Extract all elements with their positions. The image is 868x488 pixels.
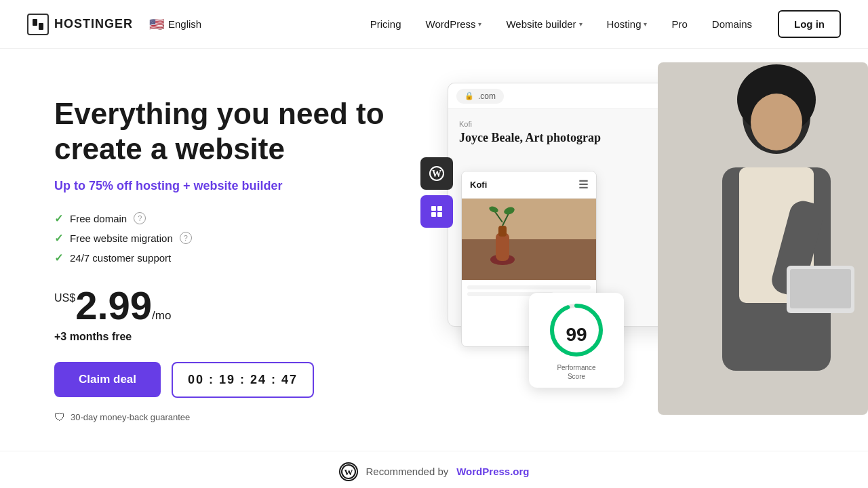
svg-rect-11 xyxy=(496,232,509,261)
svg-text:W: W xyxy=(432,169,441,179)
lock-icon: 🔒 xyxy=(465,92,474,100)
price-bonus: +3 months free xyxy=(54,331,393,343)
price-amount: 2.99 xyxy=(75,283,152,327)
person-image xyxy=(658,62,868,415)
info-icon[interactable]: ? xyxy=(180,232,192,244)
discount-highlight: 75% xyxy=(89,179,113,192)
url-bar: 🔒 .com xyxy=(456,89,504,104)
nav-links: Pricing WordPress ▾ Website builder ▾ Ho… xyxy=(361,10,841,38)
feature-support: ✓ 24/7 customer support xyxy=(54,251,393,264)
mobile-hero-image xyxy=(462,199,596,280)
performance-score-card: 99 PerformanceScore xyxy=(529,293,624,388)
check-icon: ✓ xyxy=(54,251,63,264)
wordpress-org-link[interactable]: WordPress.org xyxy=(456,466,529,477)
nav-wordpress[interactable]: WordPress ▾ xyxy=(416,13,492,35)
check-icon: ✓ xyxy=(54,232,63,245)
svg-rect-9 xyxy=(462,239,596,280)
navbar: HOSTINGER 🇺🇸 English Pricing WordPress ▾… xyxy=(0,0,868,49)
cta-group: Claim deal 00 : 19 : 24 : 47 xyxy=(54,362,393,398)
svg-rect-12 xyxy=(498,226,507,237)
svg-point-22 xyxy=(751,94,802,150)
info-icon[interactable]: ? xyxy=(134,212,146,224)
shield-icon: 🛡 xyxy=(54,411,65,424)
claim-deal-button[interactable]: Claim deal xyxy=(54,362,161,397)
hero-subtitle: Up to 75% off hosting + website builder xyxy=(54,179,393,193)
feature-list: ✓ Free domain ? ✓ Free website migration… xyxy=(54,212,393,264)
nav-website-builder[interactable]: Website builder ▾ xyxy=(496,13,591,35)
nav-pro[interactable]: Pro xyxy=(662,13,696,35)
money-back-guarantee: 🛡 30-day money-back guarantee xyxy=(54,411,393,424)
logo-icon xyxy=(27,14,49,35)
sidebar-icons: W xyxy=(420,157,453,228)
hero-section: Everything you need to create a website … xyxy=(0,49,868,451)
perf-score-label: PerformanceScore xyxy=(557,363,595,381)
wordpress-logo-icon: W xyxy=(339,462,358,481)
hamburger-icon: ☰ xyxy=(578,178,588,191)
svg-rect-7 xyxy=(437,212,442,217)
subtitle-prefix: Up to xyxy=(54,179,89,192)
check-icon: ✓ xyxy=(54,212,63,225)
perf-score-number: 99 xyxy=(566,324,587,346)
chevron-down-icon: ▾ xyxy=(644,20,647,28)
svg-rect-0 xyxy=(33,19,37,26)
feature-migration: ✓ Free website migration ? xyxy=(54,232,393,245)
price-period: /mo xyxy=(152,309,171,322)
subtitle-suffix: off hosting + website builder xyxy=(113,179,283,192)
price-display: US$2.99/mo xyxy=(54,286,393,325)
price-currency: US$ xyxy=(54,292,75,304)
svg-text:W: W xyxy=(344,467,353,477)
nav-pricing[interactable]: Pricing xyxy=(361,13,411,35)
chevron-down-icon: ▾ xyxy=(579,20,583,28)
illustration-container: 🔒 .com Kofi Joyce Beale, Art photograp W xyxy=(407,62,868,428)
hero-illustration: 🔒 .com Kofi Joyce Beale, Art photograp W xyxy=(407,62,868,428)
lang-label: English xyxy=(168,18,201,30)
svg-rect-5 xyxy=(437,206,442,211)
chevron-down-icon: ▾ xyxy=(478,20,481,28)
svg-rect-6 xyxy=(431,212,436,217)
hero-title: Everything you need to create a website xyxy=(54,96,393,167)
svg-rect-1 xyxy=(39,23,43,30)
svg-rect-4 xyxy=(431,206,436,211)
countdown-timer: 00 : 19 : 24 : 47 xyxy=(172,362,314,398)
logo-text: HOSTINGER xyxy=(54,17,133,31)
recommendation-text: Recommended by xyxy=(366,466,449,477)
mobile-header: Kofi ☰ xyxy=(462,171,596,199)
flag-icon: 🇺🇸 xyxy=(149,17,164,32)
plugin-icon xyxy=(420,195,453,228)
svg-rect-27 xyxy=(790,269,851,308)
logo[interactable]: HOSTINGER xyxy=(27,14,133,35)
nav-domains[interactable]: Domains xyxy=(703,13,762,35)
nav-hosting[interactable]: Hosting ▾ xyxy=(597,13,657,35)
login-button[interactable]: Log in xyxy=(778,10,841,38)
feature-free-domain: ✓ Free domain ? xyxy=(54,212,393,225)
wordpress-recommendation: W Recommended by WordPress.org xyxy=(0,451,868,488)
language-selector[interactable]: 🇺🇸 English xyxy=(149,17,201,32)
hero-content: Everything you need to create a website … xyxy=(54,89,393,424)
wordpress-icon: W xyxy=(420,157,453,190)
